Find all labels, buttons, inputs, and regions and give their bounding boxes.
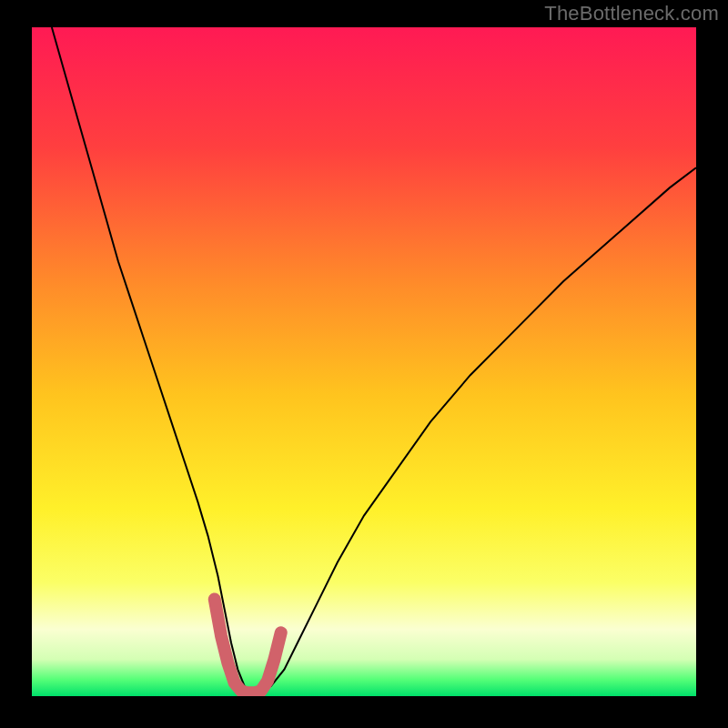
gradient-background <box>32 27 696 696</box>
bottleneck-plot <box>32 27 696 696</box>
chart-frame: TheBottleneck.com <box>0 0 728 728</box>
plot-svg <box>32 27 696 696</box>
watermark-text: TheBottleneck.com <box>544 2 719 25</box>
